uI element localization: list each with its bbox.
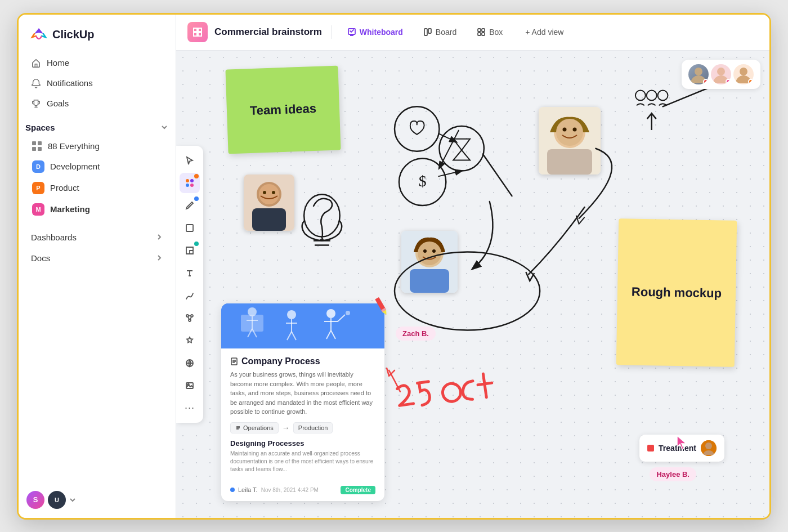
svg-point-24 (717, 68, 725, 75)
doc-user-name: Leila T. (238, 486, 258, 493)
svg-point-73 (326, 309, 335, 318)
svg-point-57 (658, 90, 668, 100)
sidebar-logo[interactable]: ClickUp (19, 15, 176, 53)
main-content: Commercial brainstorm Whiteboard Board (176, 15, 769, 518)
marketing-label: Marketing (50, 204, 90, 214)
toolbar-dot-orange (194, 174, 199, 178)
docs-row[interactable]: Docs (25, 248, 169, 269)
box-tab-label: Box (489, 28, 503, 37)
toolbar-text-btn[interactable] (180, 263, 200, 283)
doc-status-badge: Complete (341, 486, 375, 494)
toolbar-draw-btn[interactable] (180, 285, 200, 306)
avatar-u[interactable]: U (48, 491, 66, 509)
toolbar-ai-btn[interactable] (180, 330, 200, 351)
svg-point-10 (190, 179, 194, 182)
sidebar-item-home[interactable]: Home (25, 53, 169, 73)
collab-avatar-3 (733, 64, 754, 84)
flow-arrow: → (282, 423, 290, 432)
svg-point-11 (186, 184, 189, 187)
svg-point-15 (191, 315, 193, 317)
svg-point-29 (259, 184, 279, 204)
svg-line-19 (190, 317, 191, 319)
spaces-list: 88 Everything D Development P Product M … (19, 137, 176, 220)
sticky-yellow-text: Rough mockup (626, 279, 728, 306)
dashboards-label: Dashboards (31, 233, 77, 242)
sidebar-sections: Dashboards Docs (19, 227, 176, 269)
tab-whiteboard[interactable]: Whiteboard (341, 24, 410, 40)
space-item-product[interactable]: P Product (25, 177, 169, 199)
svg-rect-13 (186, 225, 193, 231)
sidebar: ClickUp Home Notifications (19, 15, 176, 518)
toolbar-globe-btn[interactable] (180, 353, 200, 373)
toolbar-rect-btn[interactable] (180, 218, 200, 238)
svg-point-31 (272, 191, 275, 194)
document-card[interactable]: Company Process As your business grows, … (221, 303, 384, 501)
svg-point-42 (423, 249, 427, 253)
toolbar-image-btn[interactable] (180, 375, 200, 396)
person-photo-3 (401, 231, 458, 293)
treatment-color-icon (647, 445, 654, 451)
toolbar-cursor-btn[interactable] (180, 150, 200, 171)
space-item-everything[interactable]: 88 Everything (25, 137, 169, 156)
avatar-dot-1 (703, 79, 709, 84)
svg-line-89 (418, 381, 429, 383)
goals-label: Goals (47, 99, 69, 108)
space-item-marketing[interactable]: M Marketing (25, 199, 169, 220)
sticky-note-rough-mockup[interactable]: Rough mockup (616, 218, 737, 367)
sidebar-item-goals[interactable]: Goals (25, 93, 169, 114)
svg-point-37 (573, 127, 577, 131)
box-tab-icon (477, 28, 486, 37)
svg-point-16 (189, 319, 191, 321)
development-badge: D (32, 160, 44, 173)
flow-from-badge: Operations (230, 422, 279, 433)
svg-point-47 (395, 106, 439, 151)
svg-point-30 (263, 191, 266, 194)
dashboards-row[interactable]: Dashboards (25, 227, 169, 248)
toolbar-dot-blue (194, 196, 199, 201)
whiteboard-tab-label: Whiteboard (360, 28, 403, 37)
sticky-note-team-ideas[interactable]: Team ideas (225, 65, 341, 154)
toolbar-pen-btn[interactable] (180, 195, 200, 216)
svg-point-25 (740, 68, 747, 75)
svg-point-12 (190, 184, 194, 187)
spaces-label: Spaces (25, 123, 55, 132)
doc-section-text: Maintaining an accurate and well-organiz… (230, 450, 375, 473)
svg-rect-5 (478, 29, 481, 32)
svg-rect-8 (482, 33, 485, 35)
svg-rect-3 (424, 29, 427, 35)
svg-point-48 (439, 126, 483, 171)
sticky-green-text: Team ideas (249, 101, 316, 118)
left-toolbar: ··· (176, 146, 203, 423)
toolbar-connect-btn[interactable] (180, 308, 200, 328)
toolbar-note-btn[interactable] (180, 240, 200, 261)
chevron-right-docs-icon (155, 254, 163, 262)
grid-icon (32, 141, 42, 151)
svg-point-56 (647, 90, 657, 100)
svg-point-36 (563, 127, 567, 131)
svg-point-49 (399, 158, 446, 205)
toolbar-more-btn[interactable]: ··· (180, 398, 200, 418)
doc-section-title: Designing Processes (230, 439, 375, 448)
user-avatars-bottom: S U (19, 482, 176, 518)
treatment-avatar (701, 440, 717, 456)
toolbar-colorpicker-btn[interactable] (180, 173, 200, 193)
whiteboard-canvas[interactable]: ··· (176, 51, 769, 518)
doc-description: As your business grows, things will inev… (230, 370, 375, 417)
collab-avatars (682, 60, 760, 89)
chevron-down-icon (160, 123, 169, 132)
tab-board[interactable]: Board (417, 24, 463, 40)
add-view-label: + Add view (525, 28, 563, 37)
svg-point-79 (346, 311, 350, 315)
svg-point-41 (418, 242, 441, 265)
doc-card-header (221, 303, 384, 348)
avatar-s[interactable]: S (26, 491, 44, 509)
everything-label: 88 Everything (48, 141, 100, 151)
space-item-development[interactable]: D Development (25, 156, 169, 177)
tab-box[interactable]: Box (470, 24, 509, 40)
add-view-button[interactable]: + Add view (518, 24, 570, 40)
sidebar-item-notifications[interactable]: Notifications (25, 73, 169, 93)
spaces-section-header[interactable]: Spaces (19, 114, 176, 137)
collab-avatar-1 (688, 64, 709, 84)
svg-point-88 (705, 442, 712, 449)
bell-icon (31, 78, 41, 88)
